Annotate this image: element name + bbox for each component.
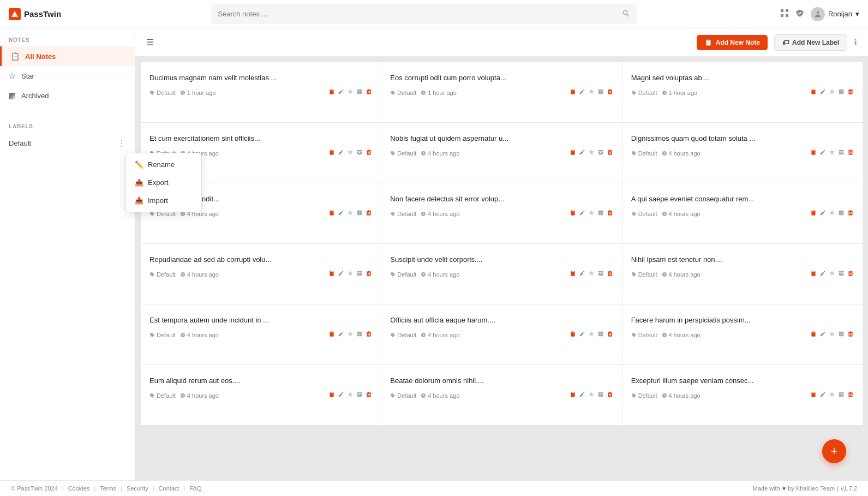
note-card[interactable]: Eum aliquid rerum aut eos.... Default 4 … xyxy=(141,365,381,425)
note-archive-icon[interactable] xyxy=(597,270,604,278)
label-dots-icon[interactable]: ⋮ xyxy=(117,138,126,148)
note-star-icon[interactable] xyxy=(347,270,354,278)
note-delete-icon[interactable] xyxy=(847,210,854,218)
context-menu-export[interactable]: 📤 Export xyxy=(126,174,201,192)
shield-icon[interactable] xyxy=(795,9,804,20)
note-copy-icon[interactable] xyxy=(810,210,817,218)
note-edit-icon[interactable] xyxy=(579,270,585,278)
note-star-icon[interactable] xyxy=(588,331,595,339)
note-card[interactable]: Suscipit unde velit corporis.... Default… xyxy=(381,244,621,304)
note-copy-icon[interactable] xyxy=(328,391,335,399)
note-archive-icon[interactable] xyxy=(838,149,845,157)
note-card[interactable]: Dignissimos quam quod totam soluta ... D… xyxy=(622,123,863,183)
note-edit-icon[interactable] xyxy=(338,270,344,278)
note-archive-icon[interactable] xyxy=(838,210,845,218)
note-card[interactable]: Non facere delectus sit error volup... D… xyxy=(381,183,621,243)
footer-faq[interactable]: FAQ xyxy=(189,485,201,492)
note-card[interactable]: Nobis fugiat ut quidem aspernatur u... D… xyxy=(381,123,621,183)
note-copy-icon[interactable] xyxy=(328,331,335,339)
note-copy-icon[interactable] xyxy=(328,270,335,278)
note-archive-icon[interactable] xyxy=(597,391,604,399)
note-archive-icon[interactable] xyxy=(356,88,363,97)
user-badge[interactable]: Ronijan ▾ xyxy=(811,7,859,21)
footer-contact[interactable]: Contact xyxy=(159,485,179,492)
note-edit-icon[interactable] xyxy=(819,270,826,278)
note-star-icon[interactable] xyxy=(829,149,835,157)
note-delete-icon[interactable] xyxy=(607,331,613,339)
footer-security[interactable]: Security xyxy=(127,485,148,492)
note-archive-icon[interactable] xyxy=(356,270,363,278)
fab-add-button[interactable]: + xyxy=(822,439,846,463)
note-star-icon[interactable] xyxy=(347,149,354,157)
note-edit-icon[interactable] xyxy=(819,88,826,97)
note-copy-icon[interactable] xyxy=(328,88,335,97)
note-delete-icon[interactable] xyxy=(366,391,372,399)
hamburger-icon[interactable]: ☰ xyxy=(146,37,154,47)
note-edit-icon[interactable] xyxy=(338,149,344,157)
note-card[interactable]: Nihil ipsam est tenetur non.... Default … xyxy=(622,244,863,304)
note-copy-icon[interactable] xyxy=(810,88,817,97)
note-archive-icon[interactable] xyxy=(838,270,845,278)
note-star-icon[interactable] xyxy=(829,88,835,97)
note-edit-icon[interactable] xyxy=(338,391,344,399)
note-star-icon[interactable] xyxy=(347,88,354,97)
note-card[interactable]: Ducimus magnam nam velit molestias ... D… xyxy=(141,62,381,122)
note-archive-icon[interactable] xyxy=(597,88,604,97)
note-archive-icon[interactable] xyxy=(838,331,845,339)
info-icon[interactable]: ℹ xyxy=(854,37,857,47)
note-archive-icon[interactable] xyxy=(597,210,604,218)
grid-icon[interactable] xyxy=(780,9,789,20)
note-archive-icon[interactable] xyxy=(838,391,845,399)
sidebar-item-all-notes[interactable]: 📋 All Notes xyxy=(0,46,135,66)
note-star-icon[interactable] xyxy=(588,210,595,218)
note-edit-icon[interactable] xyxy=(579,88,585,97)
note-archive-icon[interactable] xyxy=(356,210,363,218)
note-copy-icon[interactable] xyxy=(810,270,817,278)
note-star-icon[interactable] xyxy=(829,391,835,399)
note-archive-icon[interactable] xyxy=(356,149,363,157)
note-copy-icon[interactable] xyxy=(570,391,576,399)
note-edit-icon[interactable] xyxy=(819,331,826,339)
note-card[interactable]: Repudiandae ad sed ab corrupti volu... D… xyxy=(141,244,381,304)
note-star-icon[interactable] xyxy=(588,88,595,97)
footer-cookies[interactable]: Cookies xyxy=(68,485,90,492)
note-edit-icon[interactable] xyxy=(338,331,344,339)
note-card[interactable]: A qui saepe eveniet consequatur rem... D… xyxy=(622,183,863,243)
note-archive-icon[interactable] xyxy=(356,391,363,399)
note-card[interactable]: Facere harum in perspiciatis possim... D… xyxy=(622,304,863,364)
note-copy-icon[interactable] xyxy=(570,88,576,97)
note-copy-icon[interactable] xyxy=(570,331,576,339)
note-card[interactable]: Officiis aut officia eaque harum.... Def… xyxy=(381,304,621,364)
note-archive-icon[interactable] xyxy=(597,149,604,157)
sidebar-item-star[interactable]: ☆ Star xyxy=(0,66,135,86)
note-delete-icon[interactable] xyxy=(607,149,613,157)
note-edit-icon[interactable] xyxy=(819,210,826,218)
note-edit-icon[interactable] xyxy=(579,331,585,339)
context-menu-import[interactable]: 📥 Import xyxy=(126,192,201,210)
note-copy-icon[interactable] xyxy=(810,149,817,157)
note-archive-icon[interactable] xyxy=(838,88,845,97)
note-star-icon[interactable] xyxy=(347,331,354,339)
note-card[interactable]: Magni sed voluptas ab.... Default 1 hour… xyxy=(622,62,863,122)
note-copy-icon[interactable] xyxy=(328,149,335,157)
sidebar-item-archived[interactable]: ▦ Archived xyxy=(0,86,135,105)
note-delete-icon[interactable] xyxy=(366,270,372,278)
note-card[interactable]: Beatae dolorum omnis nihil.... Default 4… xyxy=(381,365,621,425)
search-input[interactable] xyxy=(218,10,618,18)
note-star-icon[interactable] xyxy=(829,210,835,218)
note-archive-icon[interactable] xyxy=(356,331,363,339)
note-copy-icon[interactable] xyxy=(570,270,576,278)
note-delete-icon[interactable] xyxy=(847,149,854,157)
note-star-icon[interactable] xyxy=(588,270,595,278)
note-edit-icon[interactable] xyxy=(579,210,585,218)
note-delete-icon[interactable] xyxy=(366,88,372,97)
note-star-icon[interactable] xyxy=(588,149,595,157)
note-edit-icon[interactable] xyxy=(819,149,826,157)
note-copy-icon[interactable] xyxy=(810,331,817,339)
add-label-button[interactable]: 🏷 Add New Label xyxy=(774,34,847,51)
note-star-icon[interactable] xyxy=(347,391,354,399)
note-delete-icon[interactable] xyxy=(847,270,854,278)
context-menu-rename[interactable]: ✏️ Rename xyxy=(126,156,201,174)
note-edit-icon[interactable] xyxy=(338,88,344,97)
note-copy-icon[interactable] xyxy=(328,210,335,218)
